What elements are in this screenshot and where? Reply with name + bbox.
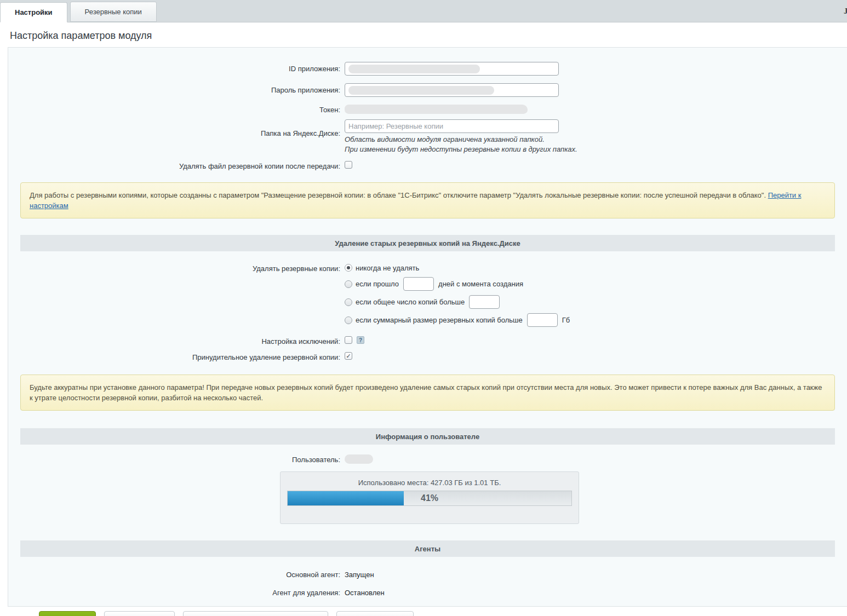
- warning-notice: Будьте аккуратны при установке данного п…: [20, 375, 835, 411]
- row-token: Токен:: [8, 105, 847, 114]
- section-cleanup-title: Удаление старых резервных копий на Яндек…: [335, 239, 520, 247]
- tab-backups-label: Резервные копии: [85, 8, 142, 16]
- radio-option-never: никогда не удалять: [345, 262, 570, 273]
- redacted-app-password-value: [348, 86, 494, 95]
- radio-days-label-before: если прошло: [356, 280, 399, 288]
- button-bar: Сохранить Получить Токен Восстановить зн…: [39, 611, 847, 616]
- settings-form: ID приложения: Пароль приложения: Токен:…: [8, 47, 847, 607]
- radio-option-days: если прошло дней с момента создания: [345, 277, 570, 291]
- tab-bar: Настройки Резервные копии J: [0, 0, 847, 22]
- radio-count[interactable]: [345, 298, 352, 306]
- app-id-input[interactable]: [345, 62, 559, 76]
- redacted-user-value: [345, 454, 373, 464]
- row-force-delete: Принудительное удаление резервной копии:…: [8, 351, 847, 361]
- delete-backups-label: Удалять резервные копии:: [8, 262, 345, 273]
- save-button[interactable]: Сохранить: [39, 611, 96, 616]
- warning-notice-text: Будьте аккуратны при установке данного п…: [30, 383, 822, 402]
- tab-settings[interactable]: Настройки: [0, 2, 67, 22]
- stop-agent-button[interactable]: Остановить агент: [336, 611, 414, 616]
- section-agents-title: Агенты: [415, 545, 440, 553]
- app-password-label: Пароль приложения:: [8, 83, 345, 94]
- agent-row-delete: Агент для удаления: Остановлен: [8, 586, 847, 597]
- cutoff-text: J: [844, 7, 847, 16]
- app-password-input[interactable]: [345, 83, 559, 97]
- row-user: Пользователь:: [8, 454, 847, 464]
- page-title: Настройка параметров модуля: [0, 22, 847, 47]
- section-header-agents: Агенты: [20, 540, 835, 557]
- folder-input-placeholder: Например: Резервные копии: [348, 122, 443, 130]
- delete-after-transfer-checkbox[interactable]: [345, 161, 352, 169]
- cloud-notice: Для работы с резервными копиями, которые…: [20, 182, 835, 218]
- redacted-app-id-value: [348, 65, 480, 73]
- radio-size-label-after: Гб: [562, 316, 570, 324]
- radio-days-label-after: дней с момента создания: [438, 280, 523, 288]
- size-input[interactable]: [527, 313, 558, 327]
- section-user-title: Информация о пользователе: [376, 433, 479, 441]
- row-delete-after-transfer: Удалять файл резервной копии после перед…: [8, 160, 847, 170]
- restore-defaults-button[interactable]: Восстановить значения по умолчанию: [183, 611, 329, 616]
- radio-never-label: никогда не удалять: [356, 264, 419, 272]
- row-delete-backups: Удалять резервные копии: никогда не удал…: [8, 262, 847, 331]
- count-input[interactable]: [469, 295, 500, 309]
- main-agent-status: Запущен: [345, 568, 374, 579]
- redacted-token-value: [345, 105, 528, 114]
- token-label: Токен:: [8, 105, 345, 114]
- radio-days[interactable]: [345, 280, 352, 288]
- tab-backups[interactable]: Резервные копии: [70, 2, 157, 22]
- days-input[interactable]: [403, 277, 434, 291]
- disk-quota-widget: Использовано места: 427.03 ГБ из 1.01 ТБ…: [280, 471, 579, 524]
- force-delete-checkbox[interactable]: ✓: [345, 352, 352, 360]
- folder-hint: Область видимости модуля ограничена указ…: [345, 135, 577, 154]
- tab-settings-label: Настройки: [15, 8, 53, 16]
- radio-count-label: если общее число копий больше: [356, 298, 465, 306]
- cloud-notice-text: Для работы с резервными копиями, которые…: [30, 191, 768, 199]
- radio-never[interactable]: [345, 264, 352, 272]
- quota-percent-label: 41%: [288, 491, 571, 505]
- folder-hint-line2: При изменении будут недоступны резервные…: [345, 145, 577, 154]
- radio-option-count: если общее число копий больше: [345, 295, 570, 309]
- radio-size[interactable]: [345, 316, 352, 324]
- row-exceptions: Настройка исключений: ?: [8, 335, 847, 346]
- quota-title: Использовано места: 427.03 ГБ из 1.01 ТБ…: [287, 479, 572, 487]
- app-id-label: ID приложения:: [8, 62, 345, 73]
- delete-agent-status: Остановлен: [345, 586, 385, 597]
- folder-input[interactable]: Например: Резервные копии: [345, 119, 559, 133]
- section-header-user: Информация о пользователе: [20, 428, 835, 445]
- exceptions-label: Настройка исключений:: [8, 335, 345, 346]
- force-delete-label: Принудительное удаление резервной копии:: [8, 351, 345, 361]
- radio-size-label-before: если суммарный размер резервных копий бо…: [356, 316, 523, 324]
- main-agent-label: Основной агент:: [8, 568, 345, 579]
- row-folder: Папка на Яндекс.Диске: Например: Резервн…: [8, 119, 847, 154]
- folder-hint-line1: Область видимости модуля ограничена указ…: [345, 135, 577, 145]
- row-app-id: ID приложения:: [8, 62, 847, 76]
- exceptions-checkbox[interactable]: [345, 336, 352, 344]
- section-header-cleanup: Удаление старых резервных копий на Яндек…: [20, 235, 835, 251]
- row-app-password: Пароль приложения:: [8, 83, 847, 97]
- delete-after-transfer-label: Удалять файл резервной копии после перед…: [8, 160, 345, 170]
- radio-option-size: если суммарный размер резервных копий бо…: [345, 313, 570, 327]
- agent-row-main: Основной агент: Запущен: [8, 568, 847, 579]
- folder-label: Папка на Яндекс.Диске:: [8, 119, 345, 137]
- user-label: Пользователь:: [8, 454, 345, 464]
- get-token-button[interactable]: Получить Токен: [104, 611, 175, 616]
- quota-progress-bar: 41%: [287, 491, 572, 506]
- help-icon[interactable]: ?: [357, 336, 364, 344]
- delete-agent-label: Агент для удаления:: [8, 586, 345, 597]
